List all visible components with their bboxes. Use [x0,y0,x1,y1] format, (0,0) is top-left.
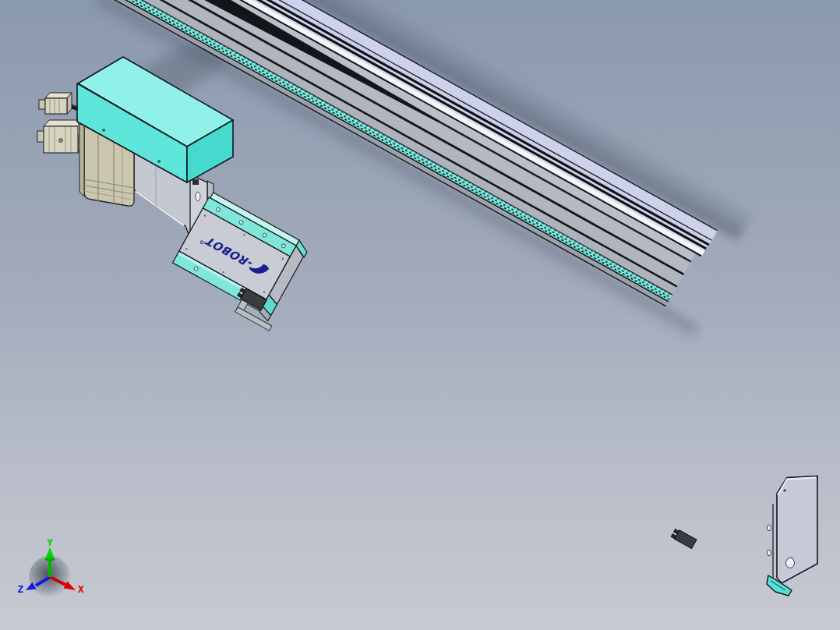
limit-sensor-far[interactable] [670,528,696,548]
cad-viewport: -ROBOT Z X Y [0,0,840,630]
connector-large[interactable] [37,120,83,153]
x-axis-label: X [78,583,84,595]
end-screw-hole [767,550,771,556]
z-axis-label: Z [17,583,23,595]
end-screw-hole [767,525,771,531]
bracket-slot [196,192,200,201]
cover-screw [102,129,105,132]
rail-end-cap[interactable] [767,476,817,584]
y-axis-label: Y [47,536,53,548]
connector-small[interactable] [39,93,72,114]
model-scene: -ROBOT Z X Y [0,0,840,630]
cover-screw [157,160,161,163]
orientation-triad[interactable]: Z X Y [17,536,84,598]
